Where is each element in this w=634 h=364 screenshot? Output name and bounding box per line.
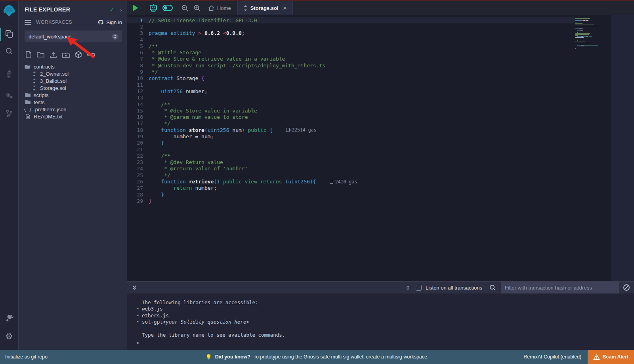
- tree-item-label: 3_Ballot.sol: [40, 78, 67, 84]
- tree-item-2-owner-sol[interactable]: 2_Owner.sol: [19, 70, 127, 77]
- code-line[interactable]: 8 * @custom:dev-run-script ./scripts/dep…: [127, 62, 575, 69]
- tab-home[interactable]: Home: [206, 5, 233, 11]
- listen-all-checkbox[interactable]: [416, 285, 422, 291]
- code-line[interactable]: 29}: [127, 198, 575, 204]
- terminal-line: Type the library name to see available c…: [136, 332, 634, 339]
- code-line[interactable]: 27 return number;: [127, 185, 575, 191]
- code-line[interactable]: 21: [127, 146, 575, 152]
- tree-item-storage-sol[interactable]: Storage.sol: [19, 84, 127, 91]
- workspaces-label: WORKSPACES: [36, 19, 97, 25]
- listen-all-label: Listen on all transactions: [426, 285, 482, 291]
- ai-copilot-icon[interactable]: [149, 4, 158, 12]
- tab-storage-sol[interactable]: Storage.sol ✕: [238, 1, 293, 15]
- code-line[interactable]: 5/**: [127, 43, 575, 49]
- sidebar-item-file-explorer[interactable]: [0, 26, 19, 43]
- new-file-icon[interactable]: [25, 51, 32, 58]
- tree-item-scripts[interactable]: scripts: [19, 91, 127, 99]
- sidebar-item-deploy-run[interactable]: [0, 88, 19, 106]
- line-number: 23: [127, 159, 149, 165]
- upload-folder-icon[interactable]: [62, 51, 70, 58]
- sidebar-item-git[interactable]: [0, 106, 19, 123]
- sidebar-item-plugin-manager[interactable]: [0, 310, 19, 328]
- sidebar-item-settings[interactable]: ⚙: [0, 328, 19, 345]
- code-line[interactable]: 13: [127, 95, 575, 101]
- upload-file-icon[interactable]: [50, 51, 57, 58]
- did-you-know-tip: 💡 Did you know? To prototype using the G…: [206, 354, 429, 360]
- terminal-expand-icon[interactable]: [132, 285, 137, 290]
- terminal-line: •ethers.js: [136, 312, 634, 319]
- code-line[interactable]: 17 */: [127, 120, 575, 127]
- tree-item-label: Storage.sol: [40, 85, 66, 91]
- check-icon[interactable]: ✓: [109, 6, 115, 13]
- sign-in-button[interactable]: Sign in: [97, 19, 122, 25]
- code-line[interactable]: 9 */: [127, 69, 575, 75]
- tree-item-tests[interactable]: tests: [19, 99, 127, 106]
- transaction-filter-input[interactable]: [501, 282, 619, 294]
- line-number: 15: [127, 108, 149, 114]
- code-line[interactable]: 24 * @return value of 'number': [127, 166, 575, 172]
- terminal-prompt[interactable]: >: [136, 340, 139, 346]
- line-number: 10: [127, 75, 149, 81]
- code-line[interactable]: 1// SPDX-License-Identifier: GPL-3.0: [127, 17, 575, 23]
- tree-item-readme-txt[interactable]: README.txt: [19, 113, 127, 120]
- link-icon[interactable]: [87, 51, 95, 58]
- sidebar-item-solidity-compiler[interactable]: [0, 66, 19, 84]
- chevron-right-icon[interactable]: ›: [120, 6, 122, 13]
- tree-item-3-ballot-sol[interactable]: 3_Ballot.sol: [19, 77, 127, 84]
- solidity-icon: [31, 71, 37, 76]
- new-folder-icon[interactable]: [37, 51, 44, 58]
- code-line[interactable]: 25 */: [127, 172, 575, 178]
- run-script-button[interactable]: [133, 5, 138, 11]
- code-line[interactable]: 12 uint256 number;: [127, 88, 575, 94]
- tree-item-contracts[interactable]: contracts: [19, 63, 127, 70]
- terminal-link[interactable]: web3.js: [142, 306, 163, 312]
- line-number: 20: [127, 140, 149, 146]
- zoom-in-icon[interactable]: [193, 4, 201, 12]
- copilot-toggle[interactable]: [162, 5, 173, 11]
- scam-alert-button[interactable]: Scam Alert: [588, 350, 634, 364]
- code-line[interactable]: 6 * @title Storage: [127, 49, 575, 55]
- home-icon: [208, 5, 214, 11]
- remix-logo[interactable]: [2, 4, 17, 19]
- workspaces-menu-icon[interactable]: [25, 19, 31, 26]
- zoom-out-icon[interactable]: [181, 4, 189, 12]
- code-line[interactable]: 15 * @dev Store value in variable: [127, 107, 575, 114]
- code-line[interactable]: 22 /**: [127, 152, 575, 159]
- tree-item--prettierrc-json[interactable]: { }.prettierrc.json: [19, 106, 127, 113]
- file-tree: contracts2_Owner.sol3_Ballot.solStorage.…: [19, 62, 127, 120]
- code-line[interactable]: 26 function retrieve() public view retur…: [127, 178, 575, 185]
- code-line[interactable]: 3pragma solidity >=0.8.2 <0.9.0;: [127, 30, 575, 36]
- code-line[interactable]: 4: [127, 36, 575, 43]
- code-line[interactable]: 18 function store(uint256 num) public {2…: [127, 127, 575, 133]
- code-line[interactable]: 11: [127, 82, 575, 88]
- terminal-output[interactable]: The following libraries are accessible:•…: [127, 293, 634, 350]
- line-number: 29: [127, 198, 149, 204]
- code-line[interactable]: 14 /**: [127, 101, 575, 107]
- code-text: number = num;: [149, 133, 214, 139]
- clear-console-icon[interactable]: [623, 284, 630, 291]
- workspace-select[interactable]: default_workspace ▲▼: [25, 30, 122, 42]
- code-line[interactable]: 23 * @dev Return value: [127, 159, 575, 166]
- code-text: uint256 number;: [149, 88, 208, 94]
- editor-scroll-area[interactable]: [611, 15, 634, 281]
- editor-minimap[interactable]: [575, 18, 610, 49]
- code-line[interactable]: 19 number = num;: [127, 133, 575, 139]
- tab-close-icon[interactable]: ✕: [283, 5, 287, 11]
- code-line[interactable]: 20 }: [127, 140, 575, 146]
- terminal-link[interactable]: ethers.js: [142, 313, 169, 318]
- code-line[interactable]: 28 }: [127, 191, 575, 198]
- line-number: 21: [127, 147, 149, 152]
- code-line[interactable]: 2: [127, 23, 575, 30]
- git-init-button[interactable]: Initialize as git repo: [0, 354, 48, 360]
- code-editor[interactable]: 1// SPDX-License-Identifier: GPL-3.023pr…: [127, 15, 634, 281]
- sidebar-item-search[interactable]: [0, 43, 19, 61]
- line-number: 7: [127, 56, 149, 62]
- copilot-status[interactable]: RemixAI Copilot (enabled): [523, 354, 588, 360]
- workspace-name: default_workspace: [29, 34, 112, 40]
- code-line[interactable]: 10contract Storage {: [127, 75, 575, 82]
- ipfs-box-icon[interactable]: [75, 51, 82, 58]
- code-line[interactable]: 7 * @dev Store & retrieve value in a var…: [127, 56, 575, 62]
- line-number: 13: [127, 95, 149, 101]
- code-text: /**: [149, 43, 158, 49]
- code-line[interactable]: 16 * @param num value to store: [127, 114, 575, 120]
